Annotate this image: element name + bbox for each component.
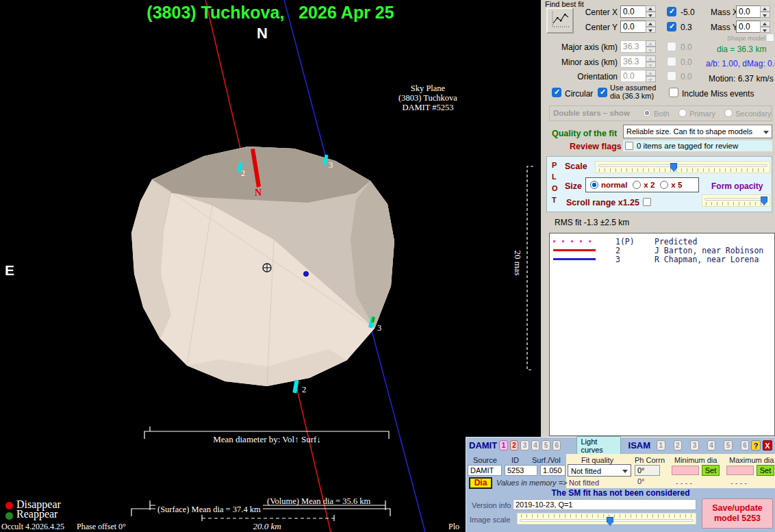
size-normal-label: normal — [601, 181, 627, 189]
fit-chart-icon — [550, 11, 570, 29]
quality-of-fit-dropdown[interactable]: Reliable size. Can fit to shape models — [623, 125, 772, 138]
minimum-dia-field[interactable] — [672, 466, 699, 475]
major-axis-input[interactable]: 36.3 — [620, 40, 646, 53]
source-field[interactable]: DAMIT — [468, 465, 502, 476]
damit-model-3-button[interactable]: 3 — [520, 440, 529, 451]
version-info-field[interactable]: 2019-10-23, Q=1 — [513, 499, 696, 510]
isam-model-2-button[interactable]: 2 — [674, 440, 683, 451]
center-y-lock-checkbox[interactable] — [667, 22, 676, 31]
center-x-input[interactable]: 0.0 — [620, 5, 646, 18]
shape-model-checkbox[interactable] — [766, 34, 774, 42]
maximum-dia-field[interactable] — [726, 466, 754, 475]
mass-y-input[interactable]: 0.0 — [736, 21, 761, 33]
major-axis-spinner — [646, 40, 656, 53]
spin-down-icon[interactable] — [760, 12, 770, 18]
slider-ticks — [706, 202, 766, 205]
double-stars-secondary-radio[interactable] — [724, 109, 733, 117]
minimum-dia-header: Minimum dia — [674, 456, 717, 464]
close-icon[interactable]: X — [763, 440, 772, 451]
scroll-range-checkbox[interactable] — [643, 198, 651, 206]
isam-model-4-button[interactable]: 4 — [707, 440, 716, 451]
quality-of-fit-value: Reliable size. Can fit to shape models — [626, 127, 752, 136]
form-opacity-slider[interactable] — [702, 194, 770, 207]
predicted-dotted-line-swatch — [553, 240, 596, 242]
double-stars-both-label: Both — [654, 110, 670, 118]
center-x-lock-checkbox[interactable] — [667, 7, 676, 16]
light-curves-button[interactable]: Light curves — [576, 436, 620, 455]
damit-model-5-button[interactable]: 5 — [542, 440, 550, 451]
scale-slider[interactable] — [595, 161, 770, 173]
review-flags-checkbox[interactable] — [625, 142, 633, 150]
image-scale-slider[interactable] — [517, 513, 696, 524]
set-minimum-button[interactable]: Set — [702, 465, 720, 476]
observer-row[interactable]: 3 R Chapman, near Lorena — [550, 255, 774, 264]
chord-marker-label: 2 — [241, 168, 245, 179]
phase-offset-label: Phase offset 0° — [77, 522, 126, 532]
plot-title: (3803) Tuchkova, 2026 Apr 25 — [0, 3, 541, 23]
double-stars-primary-radio[interactable] — [678, 109, 687, 117]
spin-up-icon[interactable] — [760, 21, 770, 27]
find-best-fit-button[interactable] — [546, 8, 574, 34]
red-chord-swatch — [553, 249, 596, 251]
id-header: ID — [511, 456, 519, 464]
form-opacity-label: Form opacity — [711, 181, 763, 191]
damit-model-4-button[interactable]: 4 — [531, 440, 540, 451]
include-miss-checkbox[interactable] — [669, 88, 678, 97]
ph-corrn-field[interactable]: 0° — [635, 465, 660, 476]
size-x2-radio[interactable] — [633, 181, 641, 189]
sky-plane-caption: Sky Plane (3803) Tuchkova DAMIT #5253 — [370, 84, 486, 112]
damit-shape-model-panel: DAMIT 1 2 3 4 5 6 Light curves ISAM 1 2 … — [466, 437, 775, 532]
center-x-spinner[interactable] — [646, 5, 656, 18]
memory-maximum-dia: - - - - — [730, 479, 747, 487]
use-assumed-dia-checkbox[interactable] — [598, 88, 607, 97]
mass-x-input[interactable]: 0.0 — [736, 5, 761, 18]
isam-model-1-button[interactable]: 1 — [657, 440, 665, 451]
save-update-model-button[interactable]: Save/update model 5253 — [702, 498, 773, 529]
fit-quality-dropdown[interactable]: Not fitted — [568, 464, 631, 477]
size-normal-radio[interactable] — [590, 181, 598, 189]
help-icon[interactable]: ? — [751, 440, 760, 451]
spin-up-icon[interactable] — [760, 5, 770, 12]
plot-controls-groupbox: P L O T Scale Size normal x 2 x 5 Form o… — [546, 156, 772, 212]
dia-button[interactable]: Dia — [469, 477, 492, 489]
mass-y-spinner[interactable] — [760, 21, 770, 33]
isam-model-3-button[interactable]: 3 — [690, 440, 699, 451]
isam-model-6-button[interactable]: 6 — [741, 440, 750, 451]
include-miss-label: Include Miss events — [682, 89, 754, 99]
surfvol-field[interactable]: 1.050 — [540, 465, 566, 476]
circular-checkbox[interactable] — [552, 88, 561, 97]
major-axis-lock-checkbox — [667, 42, 676, 51]
spin-down-icon[interactable] — [646, 27, 656, 33]
memory-minimum-dia: - - - - — [676, 479, 692, 487]
damit-model-6-button[interactable]: 6 — [552, 440, 561, 451]
spin-up-icon[interactable] — [646, 21, 656, 27]
observer-row[interactable]: 1(P) Predicted — [550, 237, 774, 246]
sm-fit-note: The SM fit has not been considered — [466, 488, 775, 498]
center-y-input[interactable]: 0.0 — [620, 21, 646, 33]
slider-thumb[interactable] — [607, 517, 613, 526]
spin-up-icon — [646, 55, 656, 62]
spin-up-icon — [646, 40, 656, 47]
chord-marker-label: 3 — [377, 323, 381, 333]
minor-axis-label: Minor axis (km) — [555, 58, 618, 67]
set-maximum-button[interactable]: Set — [757, 465, 774, 476]
review-flags-text: 0 items are tagged for review — [637, 142, 738, 150]
mass-x-spinner[interactable] — [760, 5, 770, 18]
spin-down-icon[interactable] — [646, 12, 656, 18]
isam-model-5-button[interactable]: 5 — [724, 440, 733, 451]
observer-row[interactable]: 2 J Barton, near Robinson — [550, 246, 774, 255]
orientation-input[interactable]: 0.0 — [620, 70, 646, 82]
center-y-spinner[interactable] — [646, 21, 656, 33]
volume-diameter-caption: (Volume) Mean dia = 35.6 km — [267, 496, 370, 507]
spin-up-icon[interactable] — [646, 5, 656, 12]
sky-plane-plot-canvas[interactable]: (3803) Tuchkova, 2026 Apr 25 N E Sky Pla… — [0, 0, 541, 532]
double-stars-both-radio[interactable] — [643, 109, 651, 117]
size-x5-radio[interactable] — [660, 181, 668, 189]
review-flags-label: Review flags — [570, 142, 622, 151]
damit-model-1-button[interactable]: 1 — [499, 440, 508, 451]
damit-model-2-button[interactable]: 2 — [510, 440, 519, 451]
id-field[interactable]: 5253 — [505, 465, 537, 476]
disappear-dot-icon — [5, 502, 13, 509]
minor-axis-input[interactable]: 36.3 — [620, 55, 646, 68]
spin-down-icon[interactable] — [760, 27, 770, 33]
